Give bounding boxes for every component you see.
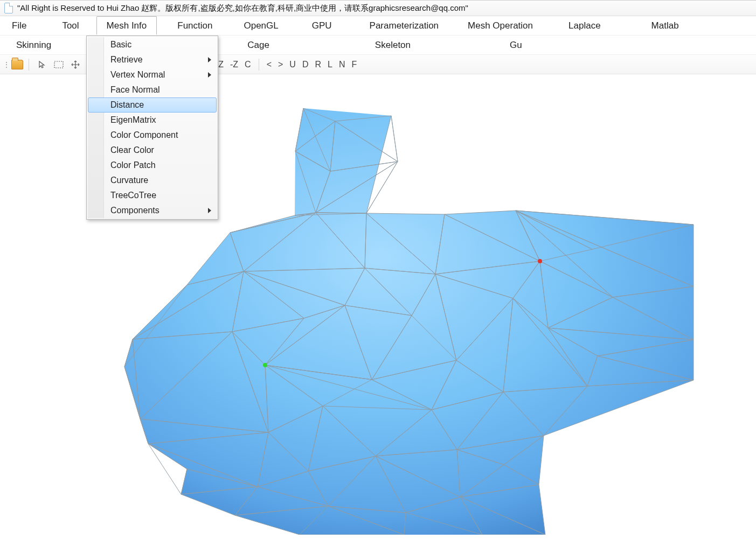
menu-mesh-operation[interactable]: Mesh Operation — [458, 16, 543, 35]
menuitem-distance[interactable]: Distance — [88, 97, 217, 113]
menuitem-label: Curvature — [110, 176, 148, 185]
submenu-arrow-icon — [208, 57, 211, 62]
toolbar-btn-f[interactable]: F — [348, 59, 360, 71]
menuitem-label: Distance — [110, 100, 144, 110]
menu-function[interactable]: Function — [168, 16, 222, 35]
submenu-cage[interactable]: Cage — [238, 36, 279, 54]
toolbar-btn-n[interactable]: N — [336, 59, 349, 71]
menuitem-basic[interactable]: Basic — [88, 37, 217, 52]
cursor-icon[interactable] — [34, 59, 50, 70]
document-icon — [4, 3, 13, 13]
menu-matlab[interactable]: Matlab — [642, 16, 689, 35]
menu-opengl[interactable]: OpenGL — [234, 16, 288, 35]
mesh-info-menu: BasicRetrieveVertex NormalFace NormalDis… — [86, 36, 218, 220]
svg-point-1 — [538, 259, 542, 263]
menuitem-curvature[interactable]: Curvature — [88, 173, 217, 188]
menu-tool[interactable]: Tool — [52, 16, 88, 35]
menuitem-vertex-normal[interactable]: Vertex Normal — [88, 67, 217, 82]
menuitem-label: Color Component — [110, 130, 178, 140]
svg-point-2 — [263, 363, 267, 367]
menuitem-treecotree[interactable]: TreeCoTree — [88, 188, 217, 203]
submenu-gu[interactable]: Gu — [500, 36, 532, 54]
svg-rect-0 — [54, 61, 63, 68]
menu-mesh-info[interactable]: Mesh Info — [96, 16, 157, 35]
menu-gpu[interactable]: GPU — [302, 16, 342, 35]
toolbar-grip-icon: ⋮ — [3, 61, 9, 68]
menuitem-components[interactable]: Components — [88, 203, 217, 218]
menuitem-color-patch[interactable]: Color Patch — [88, 158, 217, 173]
toolbar-btn-u[interactable]: U — [286, 59, 299, 71]
title-bar: "All Right is Reserved to Hui Zhao 赵辉。版权… — [0, 0, 756, 16]
submenu-skinning[interactable]: Skinning — [6, 36, 61, 54]
submenu-arrow-icon — [208, 208, 211, 213]
menuitem-label: Face Normal — [110, 85, 160, 95]
open-folder-icon[interactable] — [11, 60, 23, 69]
menuitem-label: Components — [110, 206, 159, 215]
menu-parameterization[interactable]: Parameterization — [360, 16, 449, 35]
menu-file[interactable]: File — [2, 16, 36, 35]
toolbar-btn-z[interactable]: -Z — [227, 59, 241, 71]
submenu-arrow-icon — [208, 72, 211, 78]
toolbar-btn-r[interactable]: R — [311, 59, 324, 71]
menu-laplace[interactable]: Laplace — [559, 16, 611, 35]
toolbar-separator — [29, 59, 29, 71]
toolbar-btn-d[interactable]: D — [299, 59, 312, 71]
menuitem-label: TreeCoTree — [110, 191, 156, 200]
toolbar-btn-[interactable]: < — [263, 59, 275, 71]
toolbar-separator — [259, 59, 259, 71]
menuitem-label: Clear Color — [110, 145, 154, 155]
menuitem-retrieve[interactable]: Retrieve — [88, 52, 217, 67]
menuitem-label: Vertex Normal — [110, 70, 165, 80]
menuitem-clear-color[interactable]: Clear Color — [88, 143, 217, 158]
menuitem-color-component[interactable]: Color Component — [88, 128, 217, 143]
menuitem-label: Basic — [110, 40, 131, 50]
submenu-skeleton[interactable]: Skeleton — [365, 36, 420, 54]
move-icon[interactable] — [68, 59, 83, 70]
menubar: FileToolMesh InfoFunctionOpenGLGPUParame… — [0, 16, 756, 36]
window-title: "All Right is Reserved to Hui Zhao 赵辉。版权… — [17, 3, 468, 13]
toolbar-btn-c[interactable]: C — [241, 59, 254, 71]
toolbar-btn-l[interactable]: L — [324, 59, 336, 71]
menuitem-label: Retrieve — [110, 55, 143, 65]
menuitem-label: EigenMatrix — [110, 115, 156, 125]
menuitem-face-normal[interactable]: Face Normal — [88, 82, 217, 97]
menuitem-label: Color Patch — [110, 160, 156, 170]
menuitem-eigenmatrix[interactable]: EigenMatrix — [88, 113, 217, 128]
marquee-select-icon[interactable] — [51, 60, 67, 69]
toolbar-btn-[interactable]: > — [275, 59, 286, 71]
